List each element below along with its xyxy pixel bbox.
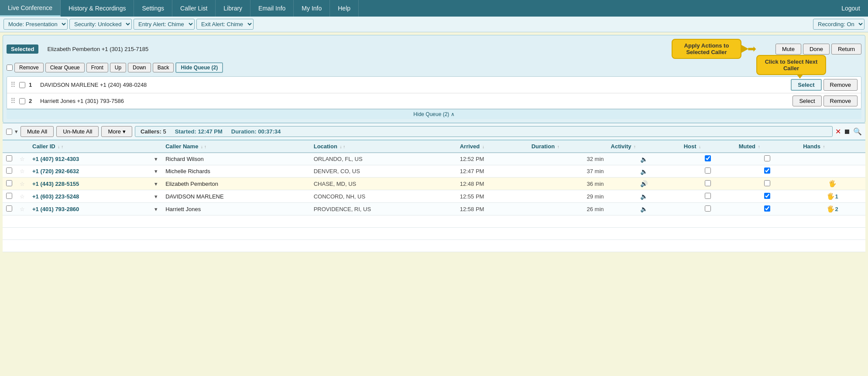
row-0-checkbox[interactable] [6,155,12,161]
hide-queue-bar[interactable]: Hide Queue (2) ∧ [7,109,861,119]
tab-email-info[interactable]: Email Info [250,0,294,17]
row-0-muted-checkbox[interactable] [764,155,770,161]
queue-row-2-select-button[interactable]: Select [793,96,821,106]
empty-cell [162,228,310,240]
muted-sort-icon[interactable]: ↑ [758,144,760,149]
done-button[interactable]: Done [803,44,830,55]
queue-rows: ⠿ 1 DAVIDSON MARLENE +1 (240) 498-0248 S… [7,76,861,109]
tab-library[interactable]: Library [216,0,250,17]
mute-all-button[interactable]: Mute All [21,126,54,137]
record-icon[interactable]: ⏹ [844,128,851,136]
tab-my-info[interactable]: My Info [294,0,330,17]
row-2-star[interactable]: ☆ [16,178,29,190]
row-0-host-checkbox[interactable] [705,155,711,161]
col-location: Location ↓ ↑ [310,140,456,153]
caller-id-sort-icon[interactable]: ↓ ↑ [58,144,63,149]
front-button[interactable]: Front [86,63,108,72]
empty-cell [799,240,865,252]
unmute-all-button[interactable]: Un-Mute All [56,126,99,137]
mode-select[interactable]: Mode: Presentation [3,19,68,30]
row-2-checkbox[interactable] [6,180,12,186]
row-4-hand-icon: 🖐 [827,205,835,212]
action-buttons: Mute Done Return [775,44,861,55]
row-3-star[interactable]: ☆ [16,190,29,203]
row-3-hand-icon: 🖐 [827,192,835,200]
row-1-host-checkbox[interactable] [705,167,711,174]
row-4-checkbox[interactable] [6,205,12,212]
row-3-checkbox[interactable] [6,193,12,199]
row-3-chevron[interactable]: ▾ [151,190,162,203]
return-button[interactable]: Return [831,44,861,55]
hide-queue-button[interactable]: Hide Queue (2) [175,62,223,73]
entry-alert-select[interactable]: Entry Alert: Chime [134,19,195,30]
activity-sort-icon[interactable]: ↑ [634,144,636,149]
conf-select-all-checkbox[interactable] [6,129,12,135]
chevron-down-icon[interactable]: ▾ [15,128,18,135]
row-3-activity: 🔈 [607,190,680,203]
row-2-muted-checkbox[interactable] [764,180,770,186]
mute-button[interactable]: Mute [775,44,801,55]
row-2-hand-icon: 🖐 [828,180,837,187]
tab-caller-list[interactable]: Caller List [172,0,216,17]
hands-sort-icon[interactable]: ↑ [823,144,825,149]
toolbar-row: Mode: Presentation Security: Unlocked En… [0,17,868,32]
queue-row-1-remove-button[interactable]: Remove [823,79,858,91]
tab-history-recordings[interactable]: History & Recordings [61,0,134,17]
search-icon[interactable]: 🔍 [853,127,862,136]
arrived-sort-icon[interactable]: ↓ [482,144,484,149]
row-1-star[interactable]: ☆ [16,165,29,178]
clear-queue-button[interactable]: Clear Queue [45,63,85,72]
back-button[interactable]: Back [153,63,174,72]
empty-row [3,240,865,252]
row-1-chevron[interactable]: ▾ [151,165,162,178]
tab-live-conference[interactable]: Live Conference [0,0,61,17]
row-4-chevron[interactable]: ▾ [151,203,162,215]
row-2-caller-id: +1 (443) 228-5155 [29,178,151,190]
tab-settings[interactable]: Settings [134,0,172,17]
row-4-activity: 🔈 [607,203,680,215]
row-0-muted [735,153,799,165]
drag-handle-2[interactable]: ⠿ [10,97,16,105]
conference-info: Callers: 5 Started: 12:47 PM Duration: 0… [135,126,833,137]
up-button[interactable]: Up [110,63,126,72]
row-4-location: PROVIDENCE, RI, US [310,203,456,215]
queue-row-1-select-button[interactable]: Select [791,79,821,91]
recording-select[interactable]: Recording: On [813,19,865,30]
stop-icon[interactable]: ✕ [835,127,841,136]
remove-button[interactable]: Remove [14,63,44,72]
row-2-chevron[interactable]: ▾ [151,178,162,190]
duration-sort-icon[interactable]: ↑ [557,144,559,149]
more-button[interactable]: More▾ [101,126,132,137]
exit-alert-select[interactable]: Exit Alert: Chime [196,19,254,30]
empty-row [3,228,865,240]
down-button[interactable]: Down [128,63,151,72]
host-sort-icon[interactable]: ↓ [699,144,701,149]
caller-name-sort-icon[interactable]: ↓ ↑ [201,144,206,149]
tab-help[interactable]: Help [330,0,359,17]
logout-button[interactable]: Logout [834,0,868,17]
empty-cell [29,240,151,252]
queue-select-all-checkbox[interactable] [7,65,13,71]
security-select[interactable]: Security: Unlocked [69,19,132,30]
col-hands: Hands ↑ [799,140,865,153]
row-4-muted-checkbox[interactable] [764,205,770,212]
queue-row-2-checkbox[interactable] [19,98,25,104]
row-3-host-checkbox[interactable] [705,193,711,199]
row-1-muted-checkbox[interactable] [764,167,770,174]
queue-row-2-remove-button[interactable]: Remove [823,96,858,106]
queue-row-2: ⠿ 2 Harriett Jones +1 (301) 793-7586 Sel… [7,93,861,109]
row-4-star[interactable]: ☆ [16,203,29,215]
queue-row-1-checkbox[interactable] [19,82,25,88]
row-0-chevron[interactable]: ▾ [151,153,162,165]
row-0-star[interactable]: ☆ [16,153,29,165]
callers-table-wrap: Caller ID ↓ ↑ Caller Name ↓ ↑ Location ↓… [3,140,865,252]
location-sort-icon[interactable]: ↓ ↑ [340,144,345,149]
queue-row-2-num: 2 [29,98,37,104]
drag-handle-1[interactable]: ⠿ [10,81,16,89]
row-4-host-checkbox[interactable] [705,205,711,212]
row-3-muted-checkbox[interactable] [764,193,770,199]
callers-tbody: ☆+1 (407) 912-4303▾Richard WilsonORLANDO… [3,153,865,252]
row-1-checkbox[interactable] [6,167,12,174]
row-2-host-checkbox[interactable] [705,180,711,186]
row-4-arrived: 12:58 PM [456,203,528,215]
